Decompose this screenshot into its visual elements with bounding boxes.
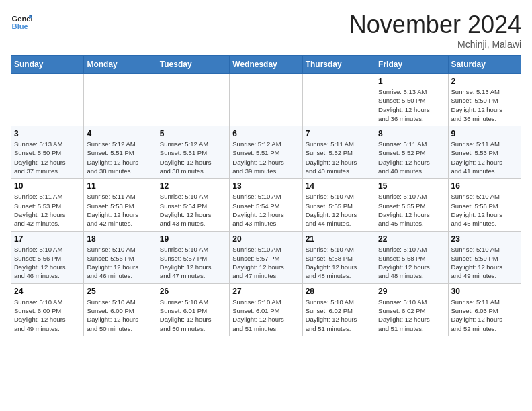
calendar-cell: 13Sunrise: 5:10 AM Sunset: 5:54 PM Dayli… (230, 179, 302, 231)
day-info: Sunrise: 5:10 AM Sunset: 5:59 PM Dayligh… (451, 245, 518, 281)
day-number: 5 (160, 129, 226, 138)
calendar-cell (11, 74, 84, 126)
weekday-header: Friday (375, 56, 448, 74)
calendar-cell: 18Sunrise: 5:10 AM Sunset: 5:56 PM Dayli… (84, 231, 157, 283)
weekday-header: Saturday (448, 56, 521, 74)
day-number: 26 (160, 287, 226, 296)
day-info: Sunrise: 5:11 AM Sunset: 5:53 PM Dayligh… (451, 140, 518, 175)
day-info: Sunrise: 5:10 AM Sunset: 5:56 PM Dayligh… (14, 245, 81, 281)
calendar-cell: 22Sunrise: 5:10 AM Sunset: 5:58 PM Dayli… (375, 231, 448, 283)
day-number: 24 (14, 287, 81, 296)
day-number: 11 (87, 181, 153, 191)
calendar-cell (302, 74, 375, 126)
page-header: General Blue November 2024 Mchinji, Mala… (11, 11, 521, 50)
day-info: Sunrise: 5:12 AM Sunset: 5:51 PM Dayligh… (232, 140, 299, 175)
day-info: Sunrise: 5:10 AM Sunset: 6:00 PM Dayligh… (87, 298, 153, 333)
day-number: 14 (306, 181, 372, 191)
calendar-cell: 19Sunrise: 5:10 AM Sunset: 5:57 PM Dayli… (157, 231, 229, 283)
weekday-header: Tuesday (157, 56, 229, 74)
day-info: Sunrise: 5:10 AM Sunset: 5:57 PM Dayligh… (160, 245, 226, 281)
day-info: Sunrise: 5:10 AM Sunset: 5:54 PM Dayligh… (160, 192, 226, 228)
calendar-week-row: 17Sunrise: 5:10 AM Sunset: 5:56 PM Dayli… (11, 231, 521, 283)
day-number: 27 (232, 287, 299, 296)
logo-icon: General Blue (11, 11, 32, 32)
day-number: 20 (232, 234, 299, 244)
calendar-cell: 21Sunrise: 5:10 AM Sunset: 5:58 PM Dayli… (302, 231, 375, 283)
day-info: Sunrise: 5:12 AM Sunset: 5:51 PM Dayligh… (87, 140, 153, 175)
day-number: 17 (14, 234, 81, 244)
calendar-cell: 4Sunrise: 5:12 AM Sunset: 5:51 PM Daylig… (84, 126, 157, 179)
day-number: 12 (160, 181, 226, 191)
day-info: Sunrise: 5:10 AM Sunset: 6:02 PM Dayligh… (378, 298, 445, 333)
day-number: 3 (14, 129, 81, 138)
day-number: 28 (306, 287, 372, 296)
weekday-header: Monday (84, 56, 157, 74)
weekday-header: Wednesday (230, 56, 302, 74)
calendar-cell: 7Sunrise: 5:11 AM Sunset: 5:52 PM Daylig… (302, 126, 375, 179)
calendar-cell: 24Sunrise: 5:10 AM Sunset: 6:00 PM Dayli… (11, 283, 84, 336)
day-info: Sunrise: 5:10 AM Sunset: 6:01 PM Dayligh… (232, 298, 299, 333)
day-info: Sunrise: 5:10 AM Sunset: 5:57 PM Dayligh… (232, 245, 299, 281)
day-number: 18 (87, 234, 153, 244)
day-number: 13 (232, 181, 299, 191)
calendar-cell: 3Sunrise: 5:13 AM Sunset: 5:50 PM Daylig… (11, 126, 84, 179)
day-info: Sunrise: 5:11 AM Sunset: 5:53 PM Dayligh… (87, 192, 153, 228)
calendar-cell: 11Sunrise: 5:11 AM Sunset: 5:53 PM Dayli… (84, 179, 157, 231)
day-number: 9 (451, 129, 518, 138)
calendar-cell: 26Sunrise: 5:10 AM Sunset: 6:01 PM Dayli… (157, 283, 229, 336)
day-number: 8 (378, 129, 445, 138)
day-info: Sunrise: 5:10 AM Sunset: 5:56 PM Dayligh… (451, 192, 518, 228)
day-number: 15 (378, 181, 445, 191)
day-number: 2 (451, 77, 518, 86)
calendar-cell: 8Sunrise: 5:11 AM Sunset: 5:52 PM Daylig… (375, 126, 448, 179)
calendar-cell: 15Sunrise: 5:10 AM Sunset: 5:55 PM Dayli… (375, 179, 448, 231)
calendar-week-row: 1Sunrise: 5:13 AM Sunset: 5:50 PM Daylig… (11, 74, 521, 126)
calendar-cell (230, 74, 302, 126)
calendar-cell: 17Sunrise: 5:10 AM Sunset: 5:56 PM Dayli… (11, 231, 84, 283)
day-info: Sunrise: 5:13 AM Sunset: 5:50 PM Dayligh… (378, 87, 445, 123)
day-info: Sunrise: 5:10 AM Sunset: 5:58 PM Dayligh… (306, 245, 372, 281)
calendar-cell: 1Sunrise: 5:13 AM Sunset: 5:50 PM Daylig… (375, 74, 448, 126)
calendar-cell: 14Sunrise: 5:10 AM Sunset: 5:55 PM Dayli… (302, 179, 375, 231)
day-number: 19 (160, 234, 226, 244)
calendar-cell (157, 74, 229, 126)
calendar-cell: 25Sunrise: 5:10 AM Sunset: 6:00 PM Dayli… (84, 283, 157, 336)
calendar-cell: 28Sunrise: 5:10 AM Sunset: 6:02 PM Dayli… (302, 283, 375, 336)
day-info: Sunrise: 5:13 AM Sunset: 5:50 PM Dayligh… (451, 87, 518, 123)
day-info: Sunrise: 5:10 AM Sunset: 5:54 PM Dayligh… (232, 192, 299, 228)
day-number: 10 (14, 181, 81, 191)
calendar-cell: 16Sunrise: 5:10 AM Sunset: 5:56 PM Dayli… (448, 179, 521, 231)
calendar-week-row: 3Sunrise: 5:13 AM Sunset: 5:50 PM Daylig… (11, 126, 521, 179)
day-info: Sunrise: 5:10 AM Sunset: 6:02 PM Dayligh… (306, 298, 372, 333)
month-title: November 2024 (349, 11, 521, 39)
day-number: 1 (378, 77, 445, 86)
calendar-cell: 5Sunrise: 5:12 AM Sunset: 5:51 PM Daylig… (157, 126, 229, 179)
day-number: 6 (232, 129, 299, 138)
day-number: 30 (451, 287, 518, 296)
day-number: 16 (451, 181, 518, 191)
day-info: Sunrise: 5:11 AM Sunset: 5:53 PM Dayligh… (14, 192, 81, 228)
day-info: Sunrise: 5:11 AM Sunset: 6:03 PM Dayligh… (451, 298, 518, 333)
day-number: 25 (87, 287, 153, 296)
day-info: Sunrise: 5:10 AM Sunset: 5:58 PM Dayligh… (378, 245, 445, 281)
calendar-cell: 29Sunrise: 5:10 AM Sunset: 6:02 PM Dayli… (375, 283, 448, 336)
calendar-cell: 20Sunrise: 5:10 AM Sunset: 5:57 PM Dayli… (230, 231, 302, 283)
calendar-cell: 12Sunrise: 5:10 AM Sunset: 5:54 PM Dayli… (157, 179, 229, 231)
calendar-table: SundayMondayTuesdayWednesdayThursdayFrid… (11, 55, 521, 336)
day-number: 21 (306, 234, 372, 244)
weekday-header: Sunday (11, 56, 84, 74)
day-number: 29 (378, 287, 445, 296)
weekday-header: Thursday (302, 56, 375, 74)
day-info: Sunrise: 5:10 AM Sunset: 5:55 PM Dayligh… (306, 192, 372, 228)
day-number: 23 (451, 234, 518, 244)
calendar-week-row: 10Sunrise: 5:11 AM Sunset: 5:53 PM Dayli… (11, 179, 521, 231)
location: Mchinji, Malawi (349, 39, 521, 50)
logo: General Blue (11, 11, 32, 32)
calendar-cell: 23Sunrise: 5:10 AM Sunset: 5:59 PM Dayli… (448, 231, 521, 283)
calendar-cell: 27Sunrise: 5:10 AM Sunset: 6:01 PM Dayli… (230, 283, 302, 336)
day-info: Sunrise: 5:12 AM Sunset: 5:51 PM Dayligh… (160, 140, 226, 175)
day-info: Sunrise: 5:10 AM Sunset: 5:56 PM Dayligh… (87, 245, 153, 281)
weekday-header-row: SundayMondayTuesdayWednesdayThursdayFrid… (11, 56, 521, 74)
calendar-cell: 6Sunrise: 5:12 AM Sunset: 5:51 PM Daylig… (230, 126, 302, 179)
day-number: 4 (87, 129, 153, 138)
